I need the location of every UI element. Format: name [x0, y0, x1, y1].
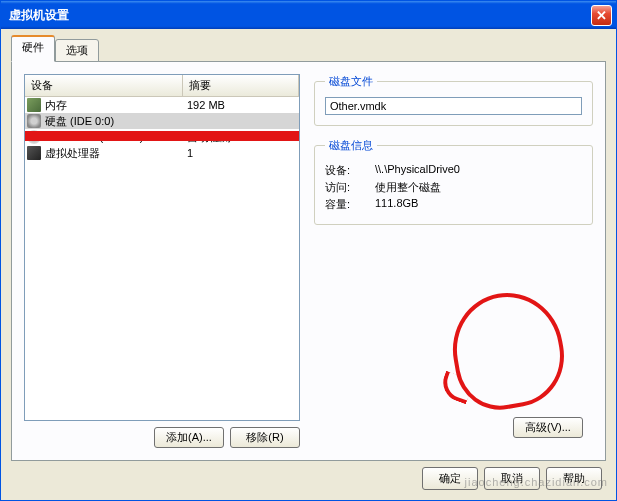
- mem-icon: [27, 98, 41, 112]
- info-row-device: 设备: \\.\PhysicalDrive0: [325, 163, 582, 178]
- disk-icon: [27, 114, 41, 128]
- remove-button[interactable]: 移除(R): [230, 427, 300, 448]
- disk-info-group: 磁盘信息 设备: \\.\PhysicalDrive0 访问: 使用整个磁盘 容…: [314, 138, 593, 225]
- device-summary: 1: [183, 147, 299, 159]
- capacity-label: 容量:: [325, 197, 375, 212]
- disk-file-legend: 磁盘文件: [325, 74, 377, 89]
- capacity-value: 111.8GB: [375, 197, 418, 212]
- dialog-buttons: 确定 取消 帮助: [422, 467, 602, 490]
- tab-options[interactable]: 选项: [55, 39, 99, 62]
- close-button[interactable]: ✕: [591, 5, 612, 26]
- access-value: 使用整个磁盘: [375, 180, 441, 195]
- table-row[interactable]: 虚拟处理器1: [25, 145, 299, 161]
- table-row[interactable]: 硬盘 (IDE 0:0): [25, 113, 299, 129]
- col-device[interactable]: 设备: [25, 75, 183, 96]
- cancel-button[interactable]: 取消: [484, 467, 540, 490]
- info-row-capacity: 容量: 111.8GB: [325, 197, 582, 212]
- table-header: 设备 摘要: [25, 75, 299, 97]
- annotation-red-circle: [444, 284, 572, 416]
- table-row[interactable]: 内存192 MB: [25, 97, 299, 113]
- settings-window: 虚拟机设置 ✕ 硬件 选项 设备 摘要 内存192 MB: [0, 0, 617, 501]
- annotation-red-bar: [24, 131, 300, 141]
- hardware-panel: 设备 摘要 内存192 MB硬盘 (IDE 0:0)CD-ROM1 (IDE 1…: [11, 61, 606, 461]
- disk-file-group: 磁盘文件: [314, 74, 593, 126]
- info-row-access: 访问: 使用整个磁盘: [325, 180, 582, 195]
- device-name: 硬盘 (IDE 0:0): [45, 114, 114, 129]
- titlebar[interactable]: 虚拟机设置 ✕: [1, 1, 616, 29]
- detail-column: 磁盘文件 磁盘信息 设备: \\.\PhysicalDrive0 访问: 使用整…: [314, 74, 593, 448]
- add-button[interactable]: 添加(A)...: [154, 427, 224, 448]
- access-label: 访问:: [325, 180, 375, 195]
- tab-hardware-label: 硬件: [22, 41, 44, 53]
- table-body: 内存192 MB硬盘 (IDE 0:0)CD-ROM1 (IDE 1:0)自动检…: [25, 97, 299, 161]
- advanced-button[interactable]: 高级(V)...: [513, 417, 583, 438]
- device-list-column: 设备 摘要 内存192 MB硬盘 (IDE 0:0)CD-ROM1 (IDE 1…: [24, 74, 300, 448]
- content-area: 硬件 选项 设备 摘要 内存192 MB硬盘 (IDE 0:0)CD-ROM1 …: [1, 29, 616, 500]
- disk-file-input[interactable]: [325, 97, 582, 115]
- cpu-icon: [27, 146, 41, 160]
- window-title: 虚拟机设置: [5, 7, 591, 24]
- close-icon: ✕: [596, 8, 607, 23]
- help-button[interactable]: 帮助: [546, 467, 602, 490]
- device-label: 设备:: [325, 163, 375, 178]
- device-buttons: 添加(A)... 移除(R): [24, 427, 300, 448]
- device-value: \\.\PhysicalDrive0: [375, 163, 460, 178]
- device-summary: 192 MB: [183, 99, 299, 111]
- tab-options-label: 选项: [66, 44, 88, 56]
- device-name: 内存: [45, 98, 67, 113]
- ok-button[interactable]: 确定: [422, 467, 478, 490]
- col-summary[interactable]: 摘要: [183, 75, 299, 96]
- device-table[interactable]: 设备 摘要 内存192 MB硬盘 (IDE 0:0)CD-ROM1 (IDE 1…: [24, 74, 300, 421]
- tab-strip: 硬件 选项: [11, 37, 606, 62]
- tab-hardware[interactable]: 硬件: [11, 35, 55, 62]
- disk-info-legend: 磁盘信息: [325, 138, 377, 153]
- device-name: 虚拟处理器: [45, 146, 100, 161]
- annotation-red-tail: [438, 371, 475, 405]
